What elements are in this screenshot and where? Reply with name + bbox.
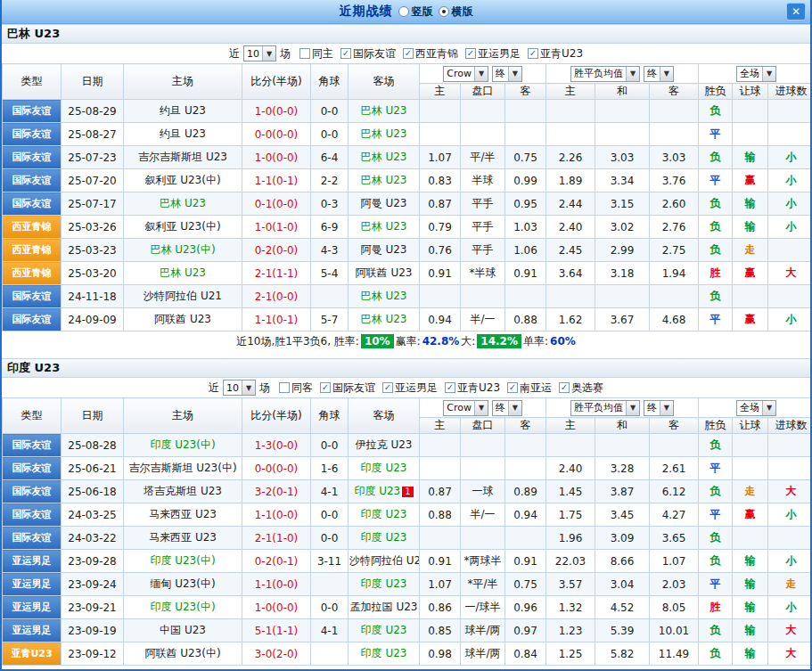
match-date: 25-07-20 [62, 169, 124, 192]
away-team: 印度 U23 [349, 619, 420, 642]
subcol-avg-away: 客 [650, 418, 699, 434]
odds-away [505, 285, 546, 308]
bookmaker-select[interactable]: Crow▼ [443, 66, 488, 82]
match-count-select[interactable]: 10 ▼ [223, 380, 256, 396]
handicap-result-cell [733, 285, 768, 308]
match-date: 25-03-26 [62, 216, 124, 239]
match-date: 23-09-28 [62, 550, 124, 573]
bookmaker-select[interactable]: Crow▼ [443, 400, 488, 416]
handicap-result-cell: 输 [733, 216, 768, 239]
checkbox-unchecked-icon[interactable] [279, 382, 290, 393]
avg-away: 4.68 [650, 308, 699, 331]
goals-result-cell: 小 [768, 550, 812, 573]
radio-icon[interactable] [439, 6, 449, 17]
odds-away: 0.99 [505, 169, 546, 192]
score: 0-0(0-0) [242, 457, 311, 480]
filter-checkbox[interactable]: ✓奥选赛 [559, 381, 603, 396]
match-row: 国际友谊25-08-29约旦 U231-0(0-0)0-0巴林 U23负 [3, 100, 812, 123]
avg-away: 3.65 [650, 527, 699, 550]
table-controls-row: 类型 日期 主场 比分(半场) 角球 客场 Crow▼ 终▼ 胜平负均值▼ 终▼ [3, 398, 812, 418]
goals-result-cell: 小 [768, 503, 812, 527]
avg-away: 3.76 [650, 169, 699, 192]
match-type-badge: 西亚青锦 [3, 239, 62, 262]
checkbox-checked-icon[interactable]: ✓ [445, 382, 455, 393]
goals-result-cell [768, 285, 812, 308]
team-name: 印度 U23 [7, 360, 60, 376]
handicap-result-cell: 输 [733, 146, 768, 169]
checkbox-label: 奥选赛 [571, 381, 603, 396]
checkbox-unchecked-icon[interactable] [299, 48, 310, 59]
checkbox-checked-icon[interactable]: ✓ [403, 48, 414, 59]
filter-checkbox[interactable]: ✓国际友谊 [340, 46, 396, 61]
filter-checkbox[interactable]: ✓亚青U23 [445, 381, 500, 396]
handicap-result-cell: 输 [733, 550, 768, 573]
odds-home [420, 434, 461, 457]
close-button[interactable]: ✕ [786, 3, 806, 20]
checkbox-checked-icon[interactable]: ✓ [559, 382, 570, 393]
odds-home: 0.83 [420, 169, 461, 192]
avg-home: 1.25 [546, 642, 595, 666]
team-header: 印度 U23 [2, 358, 810, 378]
filter-checkbox[interactable]: ✓亚运男足 [382, 381, 438, 396]
filter-suffix: 场 [259, 381, 270, 396]
filter-prefix: 近 [229, 46, 240, 61]
score: 1-1(0-0) [242, 503, 311, 527]
home-team: 巴林 U23 [124, 262, 242, 285]
checkbox-checked-icon[interactable]: ✓ [465, 48, 476, 59]
radio-icon[interactable] [398, 6, 409, 17]
avg-draw: 2.99 [595, 239, 650, 262]
layout-option-horizontal[interactable]: 横版 [439, 4, 473, 20]
checkbox-checked-icon[interactable]: ✓ [528, 48, 538, 59]
scope-select[interactable]: 全场▼ [736, 66, 776, 82]
odds-final-select[interactable]: 终▼ [492, 66, 522, 82]
avg-home: 2.45 [546, 239, 595, 262]
checkbox-checked-icon[interactable]: ✓ [320, 382, 331, 393]
filter-suffix: 场 [280, 46, 291, 61]
handicap-result-cell [733, 434, 768, 457]
match-count-select[interactable]: 10 ▼ [243, 45, 276, 61]
avg-final-select[interactable]: 终▼ [644, 400, 674, 416]
match-date: 24-03-25 [62, 503, 124, 527]
match-row: 亚运男足23-09-24缅甸 U23(中)1-1(0-0)印度 U231.07*… [3, 573, 812, 596]
goals-result-cell [768, 457, 812, 480]
home-team: 沙特阿拉伯 U21 [124, 285, 242, 308]
filter-checkbox[interactable]: ✓亚运男足 [465, 46, 521, 61]
filter-checkbox[interactable]: 同客 [279, 381, 313, 396]
filter-checkbox[interactable]: ✓亚青U23 [528, 46, 583, 61]
home-team: 巴林 U23(中) [124, 239, 242, 262]
col-header-date: 日期 [62, 64, 124, 100]
odds-line [461, 100, 505, 123]
filter-checkbox[interactable]: ✓南亚运 [507, 381, 552, 396]
odds-home: 0.76 [420, 239, 461, 262]
home-team: 印度 U23(中) [124, 434, 242, 457]
match-date: 23-09-24 [62, 573, 124, 596]
checkbox-checked-icon[interactable]: ✓ [382, 382, 393, 393]
result-cell: 负 [699, 192, 733, 216]
result-cell: 平 [699, 169, 733, 192]
filter-checkbox[interactable]: 同主 [299, 46, 333, 61]
avg-final-select[interactable]: 终▼ [644, 66, 674, 82]
odds-away: 0.88 [505, 308, 546, 331]
chevron-down-icon: ▼ [474, 67, 488, 81]
match-row: 西亚青锦25-03-23巴林 U23(中)0-2(0-0)4-3阿曼 U230.… [3, 239, 812, 262]
checkbox-checked-icon[interactable]: ✓ [507, 382, 518, 393]
odds-away [505, 123, 546, 146]
layout-option-vertical[interactable]: 竖版 [398, 4, 433, 20]
checkbox-checked-icon[interactable]: ✓ [340, 48, 351, 59]
avg-draw: 3.67 [595, 308, 650, 331]
avg-odds-select[interactable]: 胜平负均值▼ [570, 66, 640, 82]
home-team: 马来西亚 U23 [124, 527, 242, 550]
result-cell: 负 [699, 527, 733, 550]
odds-final-select[interactable]: 终▼ [492, 400, 522, 416]
avg-odds-select[interactable]: 胜平负均值▼ [570, 400, 640, 416]
filter-checkbox[interactable]: ✓国际友谊 [320, 381, 375, 396]
home-team: 塔吉克斯坦 U23 [124, 480, 242, 503]
checkbox-label: 亚青U23 [457, 381, 500, 396]
match-date: 24-09-09 [62, 308, 124, 331]
scope-select[interactable]: 全场▼ [736, 400, 776, 416]
result-cell: 负 [699, 434, 733, 457]
result-cell: 负 [699, 619, 733, 642]
goals-result-cell: 小 [768, 216, 812, 239]
filter-checkbox[interactable]: ✓西亚青锦 [403, 46, 458, 61]
handicap-result-cell [733, 527, 768, 550]
